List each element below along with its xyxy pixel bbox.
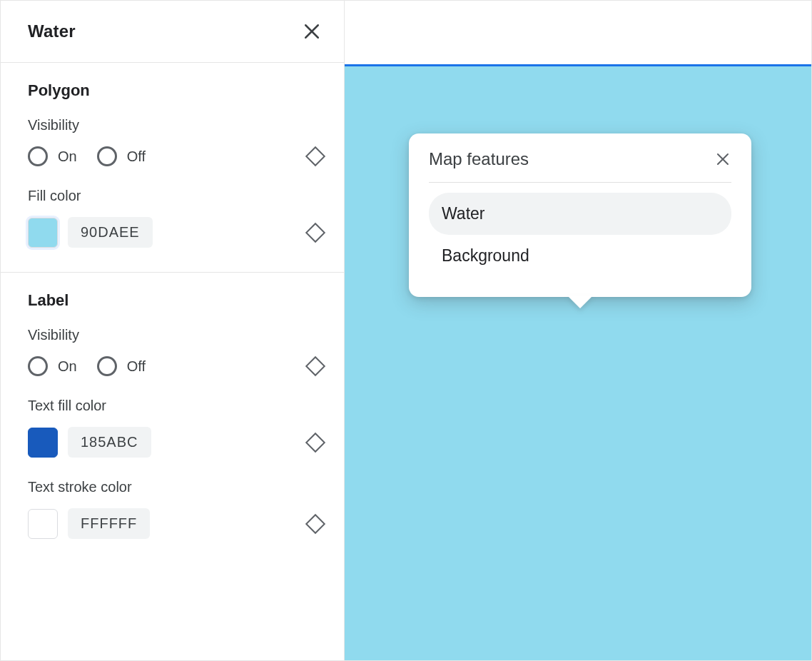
map-features-popover: Map features Water Background bbox=[409, 133, 751, 297]
polygon-visibility-radios: On Off bbox=[28, 146, 156, 166]
sidebar-title: Water bbox=[28, 21, 76, 41]
divider bbox=[429, 182, 731, 183]
label-visibility-radio-off[interactable] bbox=[97, 356, 117, 376]
section-label: Label Visibility On Off Text fill color … bbox=[1, 273, 344, 563]
polygon-fill-color-row: 90DAEE bbox=[28, 217, 153, 248]
polygon-visibility-on-label: On bbox=[58, 148, 77, 165]
map-preview-pane: Map features Water Background bbox=[345, 1, 811, 660]
sidebar-header: Water bbox=[1, 1, 344, 63]
section-title-polygon: Polygon bbox=[28, 81, 323, 100]
style-editor-sidebar: Water Polygon Visibility On Off Fill c bbox=[1, 1, 345, 660]
close-icon[interactable] bbox=[301, 21, 323, 42]
label-textfill-swatch[interactable] bbox=[28, 428, 58, 458]
label-textfill-color-row: 185ABC bbox=[28, 427, 151, 458]
label-textstroke-label: Text stroke color bbox=[28, 479, 323, 495]
label-textfill-label: Text fill color bbox=[28, 398, 323, 414]
app-root: Water Polygon Visibility On Off Fill c bbox=[0, 0, 812, 661]
label-textfill-row: 185ABC bbox=[28, 427, 323, 458]
diamond-icon[interactable] bbox=[305, 146, 325, 166]
label-visibility-row: On Off bbox=[28, 356, 323, 376]
polygon-fill-label: Fill color bbox=[28, 188, 323, 204]
diamond-icon[interactable] bbox=[305, 513, 325, 533]
label-textstroke-hex-input[interactable]: FFFFFF bbox=[68, 508, 150, 539]
diamond-icon[interactable] bbox=[305, 432, 325, 452]
map-canvas[interactable]: Map features Water Background bbox=[345, 66, 811, 660]
popover-item-water[interactable]: Water bbox=[429, 193, 731, 235]
polygon-visibility-radio-on[interactable] bbox=[28, 146, 48, 166]
polygon-visibility-row: On Off bbox=[28, 146, 323, 166]
label-textfill-hex-input[interactable]: 185ABC bbox=[68, 427, 151, 458]
label-textstroke-row: FFFFFF bbox=[28, 508, 323, 539]
polygon-fill-swatch[interactable] bbox=[28, 218, 58, 248]
close-icon[interactable] bbox=[714, 151, 731, 168]
section-polygon: Polygon Visibility On Off Fill color 90D… bbox=[1, 63, 344, 273]
label-visibility-on-label: On bbox=[58, 358, 77, 375]
label-visibility-radios: On Off bbox=[28, 356, 156, 376]
label-textstroke-swatch[interactable] bbox=[28, 509, 58, 539]
polygon-visibility-label: Visibility bbox=[28, 117, 323, 133]
section-title-label: Label bbox=[28, 291, 323, 310]
popover-title: Map features bbox=[429, 149, 529, 169]
polygon-fill-hex-input[interactable]: 90DAEE bbox=[68, 217, 153, 248]
preview-topbar bbox=[345, 1, 811, 66]
polygon-visibility-radio-off[interactable] bbox=[97, 146, 117, 166]
diamond-icon[interactable] bbox=[305, 222, 325, 242]
popover-header: Map features bbox=[429, 149, 731, 169]
label-textstroke-color-row: FFFFFF bbox=[28, 508, 150, 539]
diamond-icon[interactable] bbox=[305, 356, 325, 376]
polygon-fill-row: 90DAEE bbox=[28, 217, 323, 248]
label-visibility-label: Visibility bbox=[28, 327, 323, 343]
polygon-visibility-off-label: Off bbox=[127, 148, 146, 165]
label-visibility-radio-on[interactable] bbox=[28, 356, 48, 376]
popover-item-background[interactable]: Background bbox=[429, 235, 731, 277]
label-visibility-off-label: Off bbox=[127, 358, 146, 375]
